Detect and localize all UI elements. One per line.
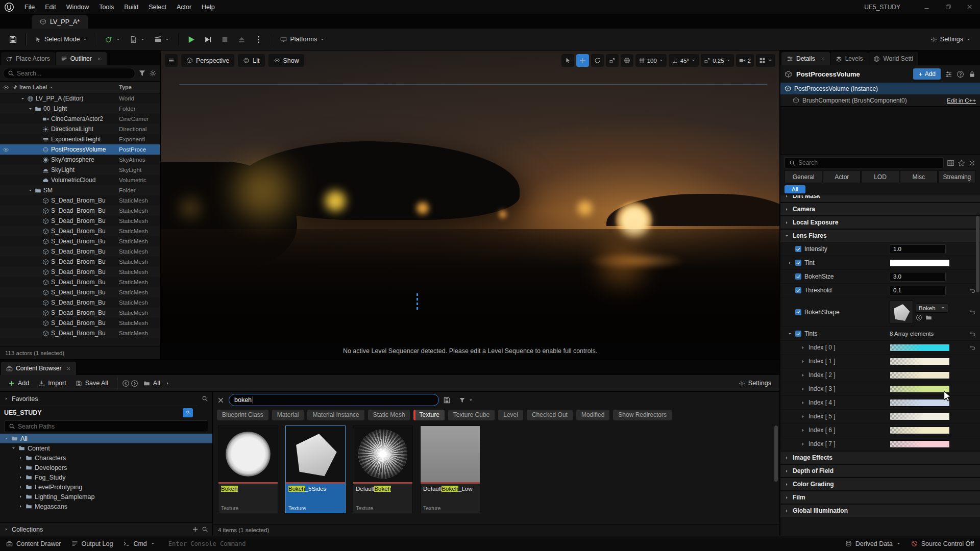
visibility-column-icon[interactable]	[3, 84, 9, 91]
section-image-effects[interactable]: Image Effects	[780, 451, 980, 464]
filter-chip[interactable]: Texture	[413, 410, 444, 420]
frame-skip-button[interactable]	[204, 35, 212, 44]
bokeh-shape-thumbnail[interactable]	[890, 300, 913, 324]
category-tab-general[interactable]: General	[785, 170, 822, 183]
property-row-intensity[interactable]: Intensity 1.0	[780, 242, 980, 256]
show-dropdown[interactable]: Show	[268, 54, 304, 67]
outliner-row[interactable]: S_Dead_Broom_BuStaticMesh	[0, 246, 160, 257]
checkbox-checked[interactable]	[795, 309, 801, 315]
tint-index-row[interactable]: Index [ 0 ]	[780, 341, 980, 355]
section-depth-of-field[interactable]: Depth of Field	[780, 464, 980, 478]
path-search-button[interactable]	[183, 408, 193, 417]
asset-card[interactable]: DefaultBokeh_LowTexture	[420, 425, 480, 513]
section-color-grading[interactable]: Color Grading	[780, 478, 980, 491]
outliner-row[interactable]: CineCameraActor2CineCamer	[0, 114, 160, 124]
add-component-button[interactable]: Add	[913, 68, 941, 80]
scale-snap-control[interactable]: 0.25	[701, 54, 733, 67]
folder-item[interactable]: Characters	[0, 453, 212, 463]
close-icon[interactable]	[66, 366, 71, 371]
section-camera[interactable]: Camera	[780, 203, 980, 216]
import-button[interactable]: Import	[34, 375, 70, 391]
rotate-tool-button[interactable]	[591, 54, 604, 67]
play-button[interactable]	[187, 35, 195, 44]
outliner-row[interactable]: LV_PP_A (Editor)World	[0, 93, 160, 104]
outliner-row[interactable]: S_Dead_Broom_BuStaticMesh	[0, 328, 160, 338]
details-search-input[interactable]: Search	[785, 157, 944, 168]
restore-button[interactable]	[937, 0, 959, 14]
tint-color-swatch[interactable]	[890, 371, 950, 379]
perspective-dropdown[interactable]: Perspective	[181, 54, 234, 67]
menu-window[interactable]: Window	[61, 0, 94, 14]
filter-chip[interactable]: Texture Cube	[448, 410, 495, 420]
menu-help[interactable]: Help	[197, 0, 220, 14]
tint-color-swatch[interactable]	[890, 399, 950, 407]
category-tab-streaming[interactable]: Streaming	[938, 170, 976, 183]
select-mode-dropdown[interactable]: Select Mode	[31, 32, 91, 47]
outliner-row[interactable]: S_Dead_Broom_BuStaticMesh	[0, 287, 160, 297]
menu-build[interactable]: Build	[119, 0, 143, 14]
outliner-row[interactable]: SkyAtmosphereSkyAtmos	[0, 155, 160, 165]
outliner-row[interactable]: S_Dead_Broom_BuStaticMesh	[0, 206, 160, 216]
chevron-right-icon[interactable]	[788, 261, 792, 265]
scale-tool-button[interactable]	[606, 54, 619, 67]
play-options-icon[interactable]	[254, 35, 263, 44]
derived-data-button[interactable]: Derived Data	[845, 540, 901, 547]
outliner-row[interactable]: S_Dead_Broom_BuStaticMesh	[0, 267, 160, 277]
filter-chip[interactable]: Show Redirectors	[613, 410, 672, 420]
quick-add-dropdown[interactable]	[101, 32, 125, 47]
menu-tools[interactable]: Tools	[94, 0, 119, 14]
tint-color-swatch[interactable]	[890, 358, 950, 365]
section-film[interactable]: Film	[780, 491, 980, 504]
folder-item[interactable]: Megascans	[0, 502, 212, 511]
scrollbar-thumb[interactable]	[774, 425, 778, 482]
instance-row[interactable]: PostProcessVolume (Instance)	[780, 83, 980, 94]
filter-chip[interactable]: Blueprint Class	[217, 410, 268, 420]
category-tab-lod[interactable]: LOD	[861, 170, 899, 183]
tab-details[interactable]: Details	[781, 52, 830, 65]
outliner-row[interactable]: S_Dead_Broom_BuStaticMesh	[0, 195, 160, 206]
level-tab[interactable]: LV_PP_A*	[32, 15, 88, 29]
tint-index-row[interactable]: Index [ 6 ]	[780, 423, 980, 437]
camera-speed-control[interactable]: 2	[736, 54, 754, 67]
checkbox-checked[interactable]	[795, 246, 801, 252]
folder-item[interactable]: Content	[0, 443, 212, 453]
project-root-row[interactable]: UE5_STUDY	[0, 406, 197, 419]
checkbox-checked[interactable]	[795, 260, 801, 266]
menu-file[interactable]: File	[19, 0, 40, 14]
pin-column-icon[interactable]	[12, 84, 18, 91]
favorites-header[interactable]: Favorites	[0, 393, 212, 405]
column-item-label[interactable]: Item Label	[19, 84, 47, 90]
filters-dropdown[interactable]	[455, 392, 477, 408]
intensity-input[interactable]: 1.0	[890, 244, 946, 254]
outliner-row[interactable]: SMFolder	[0, 185, 160, 195]
visibility-cell[interactable]	[0, 146, 19, 153]
tab-outliner[interactable]: Outliner	[56, 52, 107, 65]
folder-item[interactable]: LevelPrototyping	[0, 482, 212, 492]
checkbox-checked[interactable]	[795, 287, 801, 293]
save-level-icon[interactable]	[9, 35, 17, 44]
outliner-settings-icon[interactable]	[149, 69, 157, 77]
save-all-button[interactable]: Save All	[71, 375, 112, 391]
stop-button[interactable]	[220, 35, 229, 44]
grid-snap-control[interactable]: 100	[635, 54, 667, 67]
category-tab-actor[interactable]: Actor	[823, 170, 861, 183]
tab-place-actors[interactable]: Place Actors	[1, 52, 55, 65]
select-tool-button[interactable]	[561, 54, 574, 67]
menu-select[interactable]: Select	[143, 0, 172, 14]
outliner-row[interactable]: S_Dead_Broom_BuStaticMesh	[0, 277, 160, 287]
forward-icon[interactable]	[131, 380, 138, 387]
filter-chip[interactable]: Static Mesh	[368, 410, 410, 420]
view-mode-dropdown[interactable]: Lit	[238, 54, 264, 67]
bokeh-size-input[interactable]: 3.0	[890, 272, 946, 282]
asset-card[interactable]: DefaultBokehTexture	[353, 425, 413, 513]
tab-levels[interactable]: Levels	[830, 52, 868, 65]
search-icon[interactable]	[202, 526, 208, 533]
filter-chip[interactable]: Level	[498, 410, 523, 420]
outliner-row[interactable]: S_Dead_Broom_BuStaticMesh	[0, 318, 160, 328]
add-button[interactable]: Add	[4, 375, 33, 391]
component-row[interactable]: BrushComponent (BrushComponent0) Edit in…	[780, 94, 980, 106]
cmd-dropdown[interactable]: Cmd	[123, 540, 155, 547]
content-drawer-button[interactable]: Content Drawer	[6, 540, 61, 547]
tint-index-row[interactable]: Index [ 5 ]	[780, 410, 980, 423]
outliner-row[interactable]: ExponentialHeightExponenti	[0, 134, 160, 144]
